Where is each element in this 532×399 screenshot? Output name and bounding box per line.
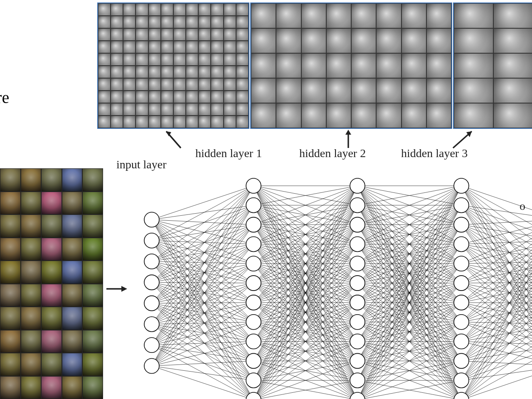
svg-line-89 [152, 345, 254, 361]
svg-point-502 [246, 295, 261, 310]
svg-line-426 [461, 261, 532, 264]
svg-line-405 [461, 205, 532, 324]
svg-line-34 [152, 225, 254, 261]
svg-line-39 [152, 261, 254, 322]
feature-grid-layer1 [97, 2, 249, 129]
svg-point-510 [350, 217, 365, 232]
svg-line-24 [152, 241, 254, 264]
svg-line-58 [152, 225, 254, 303]
svg-line-82 [152, 225, 254, 345]
caption-line-3: l feature [0, 88, 9, 107]
diagram-stage: l arn l feature ions input layer hidden … [0, 0, 532, 399]
svg-point-501 [246, 276, 261, 291]
svg-point-492 [144, 296, 159, 311]
svg-line-8 [152, 186, 254, 220]
svg-line-53 [152, 282, 254, 361]
label-hidden-layer-3: hidden layer 3 [401, 147, 468, 160]
svg-line-41 [152, 261, 254, 361]
svg-line-62 [152, 303, 254, 303]
svg-line-411 [461, 225, 532, 283]
svg-point-518 [350, 373, 365, 388]
input-face-thumbnails [0, 168, 103, 399]
svg-line-51 [152, 282, 254, 322]
svg-point-515 [350, 315, 365, 330]
label-hidden-layer-2: hidden layer 2 [299, 147, 366, 160]
svg-line-394 [461, 186, 532, 261]
svg-point-512 [350, 256, 365, 271]
svg-line-54 [152, 282, 254, 380]
svg-point-522 [454, 217, 469, 232]
svg-line-29 [152, 241, 254, 361]
arrow-to-layer2-icon [340, 127, 357, 150]
svg-point-495 [144, 359, 159, 374]
svg-line-9 [152, 205, 254, 220]
arrow-to-layer3-icon [449, 127, 482, 150]
svg-line-67 [152, 303, 254, 399]
svg-line-77 [152, 324, 254, 361]
svg-point-490 [144, 254, 159, 269]
svg-point-496 [246, 178, 261, 193]
svg-point-531 [454, 392, 469, 399]
svg-point-527 [454, 315, 469, 330]
svg-point-489 [144, 233, 159, 248]
svg-point-504 [246, 334, 261, 349]
svg-point-517 [350, 353, 365, 368]
svg-point-521 [454, 198, 469, 213]
svg-line-44 [152, 186, 254, 282]
svg-marker-3 [345, 130, 351, 135]
svg-point-505 [246, 353, 261, 368]
svg-point-525 [454, 276, 469, 291]
svg-line-49 [152, 282, 254, 283]
arrow-to-layer1-icon [158, 127, 191, 150]
svg-line-72 [152, 264, 254, 324]
svg-line-80 [152, 186, 254, 345]
svg-point-528 [454, 334, 469, 349]
svg-line-70 [152, 225, 254, 324]
svg-line-57 [152, 205, 254, 303]
svg-point-508 [350, 178, 365, 193]
svg-line-101 [152, 361, 254, 366]
feature-grid-layer2 [250, 2, 452, 129]
svg-line-421 [461, 244, 532, 324]
label-hidden-layer-1: hidden layer 1 [195, 147, 262, 160]
svg-line-477 [461, 324, 532, 380]
svg-line-20 [152, 186, 254, 241]
svg-line-32 [152, 186, 254, 261]
svg-line-22 [152, 225, 254, 241]
svg-line-406 [461, 205, 532, 345]
left-caption-fragment: l arn l feature ions [0, 42, 87, 131]
svg-point-500 [246, 256, 261, 271]
svg-line-447 [461, 303, 532, 366]
svg-line-103 [152, 366, 254, 399]
svg-point-509 [350, 198, 365, 213]
svg-point-523 [454, 236, 469, 251]
svg-point-520 [454, 178, 469, 193]
svg-point-506 [246, 373, 261, 388]
svg-marker-7 [121, 286, 127, 292]
svg-line-402 [461, 205, 532, 261]
svg-line-60 [152, 264, 254, 303]
svg-point-497 [246, 198, 261, 213]
svg-line-102 [152, 366, 254, 381]
svg-point-503 [246, 315, 261, 330]
svg-line-83 [152, 244, 254, 345]
svg-line-463 [461, 342, 532, 366]
svg-line-416 [461, 220, 532, 244]
svg-point-519 [350, 392, 365, 399]
arrow-input-to-network-icon [105, 283, 130, 295]
svg-point-524 [454, 256, 469, 271]
svg-line-10 [152, 220, 254, 225]
svg-point-499 [246, 236, 261, 251]
svg-line-68 [152, 186, 254, 324]
svg-line-474 [461, 261, 532, 380]
svg-line-63 [152, 303, 254, 322]
svg-line-432 [461, 220, 532, 283]
svg-line-458 [461, 261, 532, 341]
svg-line-435 [461, 282, 532, 283]
feature-grid-layer3 [453, 2, 532, 129]
svg-line-48 [152, 264, 254, 282]
svg-point-511 [350, 236, 365, 251]
svg-point-514 [350, 295, 365, 310]
svg-point-513 [350, 276, 365, 291]
svg-point-491 [144, 275, 159, 290]
